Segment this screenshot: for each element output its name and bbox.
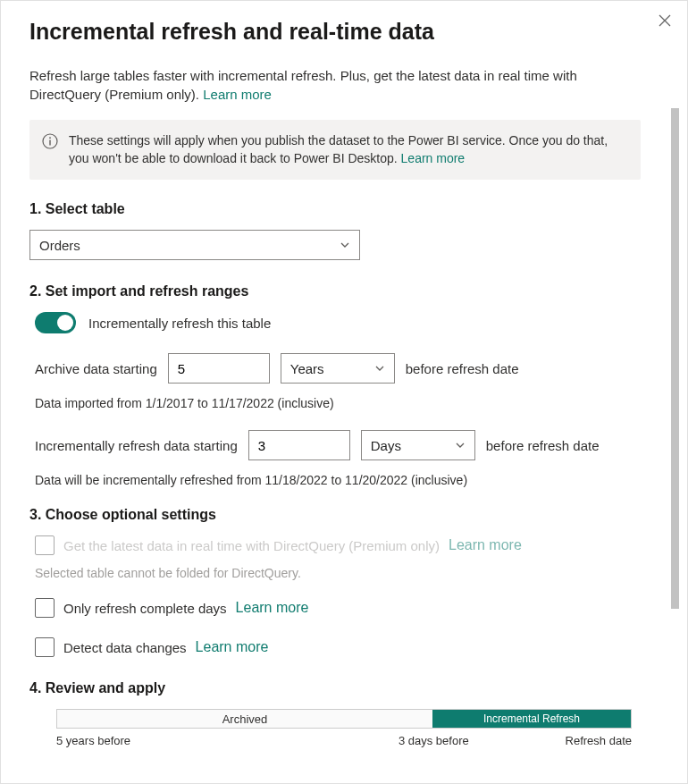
info-bar: These settings will apply when you publi… bbox=[29, 120, 641, 180]
directquery-checkbox bbox=[35, 535, 55, 555]
archive-value-input[interactable] bbox=[168, 353, 270, 384]
dialog-title: Incremental refresh and real-time data bbox=[29, 19, 659, 45]
timeline-labels: 5 years before 3 days before Refresh dat… bbox=[56, 734, 632, 747]
learn-more-link-complete-days[interactable]: Learn more bbox=[236, 600, 309, 616]
timeline-left-label: 5 years before bbox=[56, 734, 130, 747]
refresh-suffix: before refresh date bbox=[486, 438, 600, 453]
timeline: Archived Incremental Refresh 5 years bef… bbox=[29, 709, 659, 747]
learn-more-link-detect-changes[interactable]: Learn more bbox=[196, 639, 269, 655]
step-2: 2. Set import and refresh ranges Increme… bbox=[29, 283, 659, 487]
refresh-prefix: Incrementally refresh data starting bbox=[35, 438, 238, 453]
subtitle-text: Refresh large tables faster with increme… bbox=[29, 68, 577, 102]
table-select[interactable]: Orders bbox=[29, 230, 360, 260]
complete-days-label: Only refresh complete days bbox=[63, 601, 227, 616]
step-2-heading: 2. Set import and refresh ranges bbox=[29, 283, 659, 299]
info-icon bbox=[42, 132, 58, 167]
learn-more-link-info[interactable]: Learn more bbox=[401, 151, 466, 165]
scrollbar-thumb[interactable] bbox=[671, 108, 679, 609]
archived-bar: Archived bbox=[57, 710, 432, 728]
refresh-unit-value: Days bbox=[371, 438, 401, 453]
learn-more-link-subtitle[interactable]: Learn more bbox=[203, 87, 272, 102]
info-bar-text: These settings will apply when you publi… bbox=[69, 132, 628, 167]
timeline-right-label: Refresh date bbox=[566, 734, 632, 747]
table-select-value: Orders bbox=[39, 238, 80, 253]
step-3: 3. Choose optional settings Get the late… bbox=[29, 507, 659, 657]
refresh-unit-select[interactable]: Days bbox=[361, 430, 475, 460]
svg-point-1 bbox=[49, 137, 51, 139]
incremental-bar: Incremental Refresh bbox=[432, 710, 631, 728]
chevron-down-icon bbox=[455, 440, 466, 451]
archive-unit-select[interactable]: Years bbox=[281, 353, 395, 384]
toggle-row: Incrementally refresh this table bbox=[29, 312, 659, 333]
detect-changes-label: Detect data changes bbox=[63, 640, 187, 655]
info-text: These settings will apply when you publi… bbox=[69, 133, 608, 165]
step-4-heading: 4. Review and apply bbox=[29, 680, 659, 696]
timeline-mid-label: 3 days before bbox=[399, 734, 469, 747]
directquery-label: Get the latest data in real time with Di… bbox=[63, 538, 440, 553]
timeline-bars: Archived Incremental Refresh bbox=[56, 709, 632, 729]
detect-changes-option-row: Detect data changes Learn more bbox=[29, 637, 659, 657]
archive-suffix: before refresh date bbox=[406, 361, 519, 376]
chevron-down-icon bbox=[374, 363, 385, 374]
directquery-option-row: Get the latest data in real time with Di… bbox=[29, 535, 659, 555]
step-1: 1. Select table Orders bbox=[29, 201, 659, 260]
detect-changes-checkbox[interactable] bbox=[35, 637, 55, 657]
incremental-refresh-toggle[interactable] bbox=[35, 312, 76, 333]
archive-unit-value: Years bbox=[290, 361, 324, 376]
refresh-row: Incrementally refresh data starting Days… bbox=[29, 430, 659, 460]
step-4: 4. Review and apply Archived Incremental… bbox=[29, 680, 659, 747]
svg-rect-2 bbox=[49, 140, 50, 146]
refresh-helper: Data will be incrementally refreshed fro… bbox=[29, 473, 659, 487]
dialog-subtitle: Refresh large tables faster with increme… bbox=[29, 66, 659, 104]
directquery-helper: Selected table cannot be folded for Dire… bbox=[29, 566, 659, 580]
incremental-refresh-dialog: Incremental refresh and real-time data R… bbox=[0, 0, 688, 784]
complete-days-option-row: Only refresh complete days Learn more bbox=[29, 598, 659, 618]
learn-more-link-directquery[interactable]: Learn more bbox=[449, 537, 522, 553]
archive-helper: Data imported from 1/1/2017 to 11/17/202… bbox=[29, 396, 659, 410]
toggle-knob bbox=[57, 315, 73, 331]
refresh-value-input[interactable] bbox=[248, 430, 350, 460]
step-1-heading: 1. Select table bbox=[29, 201, 659, 217]
archive-row: Archive data starting Years before refre… bbox=[29, 353, 659, 384]
complete-days-checkbox[interactable] bbox=[35, 598, 55, 618]
archive-prefix: Archive data starting bbox=[35, 361, 157, 376]
dialog-content: Incremental refresh and real-time data R… bbox=[1, 1, 687, 783]
toggle-label: Incrementally refresh this table bbox=[88, 316, 271, 331]
chevron-down-icon bbox=[340, 240, 350, 250]
step-3-heading: 3. Choose optional settings bbox=[29, 507, 659, 523]
